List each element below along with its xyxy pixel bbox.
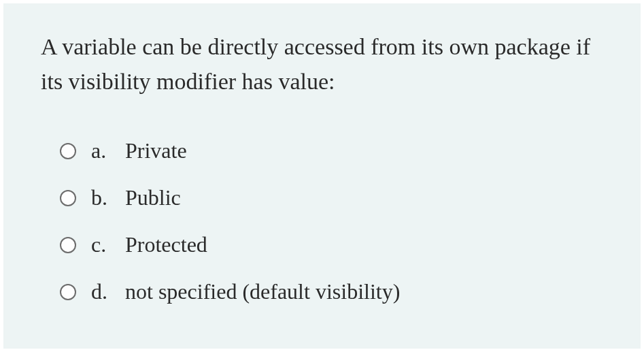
radio-icon[interactable]: [60, 190, 76, 206]
radio-icon[interactable]: [60, 143, 76, 159]
option-letter: a.: [91, 138, 120, 163]
radio-icon[interactable]: [60, 284, 76, 300]
option-letter: d.: [91, 279, 120, 304]
option-label: not specified (default visibility): [125, 279, 400, 304]
option-a[interactable]: a. Private: [60, 138, 603, 163]
option-label: Private: [125, 138, 187, 163]
question-text: A variable can be directly accessed from…: [41, 29, 603, 99]
radio-icon[interactable]: [60, 237, 76, 253]
options-list: a. Private b. Public c. Protected d. not…: [41, 138, 603, 304]
option-letter: b.: [91, 185, 120, 210]
option-letter: c.: [91, 232, 120, 257]
question-container: A variable can be directly accessed from…: [3, 3, 641, 349]
option-d[interactable]: d. not specified (default visibility): [60, 279, 603, 304]
option-label: Protected: [125, 232, 207, 257]
option-label: Public: [125, 185, 181, 210]
option-c[interactable]: c. Protected: [60, 232, 603, 257]
option-b[interactable]: b. Public: [60, 185, 603, 210]
